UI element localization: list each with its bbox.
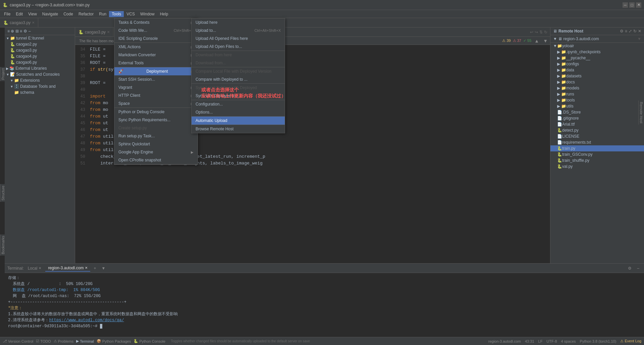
menu-sync-python[interactable]: Sync Python Requirements... — [114, 116, 198, 124]
menu-code[interactable]: Code — [61, 11, 76, 17]
tree-tunnel[interactable]: ▼ 📁 tunnel E:\tunnel — [5, 35, 75, 41]
tree-caogao6[interactable]: 🐍 caogao6.py — [5, 59, 75, 65]
navigate-back-icon[interactable]: ↩ — [530, 30, 533, 34]
minimize-button[interactable]: ─ — [623, 2, 628, 8]
remote-detect[interactable]: 🐍 detect.py — [550, 127, 644, 133]
menu-space[interactable]: Space ▶ — [114, 99, 198, 108]
menu-xml-actions[interactable]: XML Actions ▶ — [114, 43, 198, 51]
remote-train[interactable]: 🐍 train.py — [550, 145, 644, 151]
remote-gitignore[interactable]: 📄 .gitignore — [550, 115, 644, 121]
tab-close-icon[interactable]: ✕ — [39, 266, 41, 270]
tab-close-icon[interactable]: ✕ — [85, 266, 88, 270]
dep-upload-to[interactable]: Upload to... Ctrl+Alt+Shift+X — [192, 26, 285, 34]
navigate-fwd-icon[interactable]: ↪ — [535, 30, 538, 34]
tab-close-icon[interactable]: ✕ — [107, 30, 110, 34]
dep-upload-here[interactable]: Upload here — [192, 18, 285, 26]
menu-deployment[interactable]: 🚀 Deployment ▶ — [114, 67, 198, 75]
remote-train-gsconv[interactable]: 🐍 train_GSConv.py — [550, 151, 644, 157]
terminal-minimize-icon[interactable]: – — [635, 266, 641, 271]
remote-datasets[interactable]: ▶ 📁 datasets — [550, 73, 644, 79]
statusbar-event-log[interactable]: ⚠ Event Log — [620, 339, 641, 343]
menu-google-app[interactable]: Google App Engine ▶ — [114, 148, 198, 156]
statusbar-python-console[interactable]: 🐍 Python Console — [133, 339, 165, 343]
dep-upload-all-open[interactable]: Upload All Open Files to... — [192, 43, 285, 51]
menu-ide-scripting[interactable]: IDE Scripting Console — [114, 34, 198, 43]
tab-caogao3-close[interactable]: ✕ — [32, 21, 35, 24]
dep-automatic-upload[interactable]: Automatic Upload — [192, 117, 285, 125]
sidebar-settings-icon[interactable]: ⚙ — [23, 29, 27, 33]
remote-license[interactable]: 📄 LICENSE — [550, 133, 644, 139]
menu-window[interactable]: Window — [138, 11, 157, 17]
bookmarks-side-label[interactable]: Bookmarks — [0, 234, 6, 256]
tree-extensions[interactable]: ▼ 📁 Extensions — [5, 77, 75, 83]
menu-navigate[interactable]: Navigate — [40, 11, 61, 17]
menu-run[interactable]: Run — [96, 11, 109, 17]
tree-dbtools[interactable]: ▼ 🗄️ Database Tools and — [5, 83, 75, 89]
menu-markdown-converter[interactable]: Markdown Converter ▶ — [114, 51, 198, 59]
statusbar-version-control[interactable]: ⎇ Version Control — [3, 339, 33, 343]
menu-view[interactable]: View — [25, 11, 40, 17]
remote-tools[interactable]: ▶ 📁 tools — [550, 97, 644, 103]
refresh-icon[interactable]: ↻ — [544, 30, 547, 34]
tree-schema[interactable]: 📁 schema — [5, 89, 75, 95]
remote-utils[interactable]: ▶ 📁 utils — [550, 103, 644, 109]
remote-configs[interactable]: ▶ 📁 configs — [550, 61, 644, 67]
tree-scratches[interactable]: ▼ 📝 Scratches and Consoles — [5, 71, 75, 77]
remote-ipynb[interactable]: ▶ 📁 .ipynb_checkpoints — [550, 49, 644, 55]
tree-caogao2[interactable]: 🐍 caogao2.py — [5, 41, 75, 47]
remote-arial[interactable]: 📄 Arial.ttf — [550, 121, 644, 127]
autodl-link[interactable]: https://www.autodl.com/docs/qa/ — [49, 318, 124, 323]
tab-caogao3[interactable]: 🐍 caogao3.py ✕ — [0, 18, 38, 27]
remote-docs[interactable]: ▶ 📁 docs — [550, 79, 644, 85]
remote-collapse-icon[interactable]: ≡ — [625, 29, 627, 33]
remote-expand-icon[interactable]: ⤢ — [629, 29, 632, 33]
menu-refactor[interactable]: Refactor — [76, 11, 96, 17]
menu-tools[interactable]: Tools — [109, 11, 124, 17]
remote-pycache[interactable]: ▶ 📁 __pycache__ — [550, 55, 644, 61]
close-button[interactable]: ✕ — [636, 2, 641, 8]
menu-cprofile[interactable]: Open CProfile snapshot — [114, 156, 198, 164]
menu-sphinx[interactable]: Sphinx Quickstart — [114, 140, 198, 148]
sidebar-close-icon[interactable]: – — [29, 29, 31, 33]
collapse-icon[interactable]: ▲ — [533, 38, 540, 44]
menu-vagrant[interactable]: Vagrant ▶ — [114, 83, 198, 91]
remote-data[interactable]: ▶ 📁 data — [550, 67, 644, 73]
maximize-button[interactable]: □ — [629, 2, 635, 8]
tree-caogao3[interactable]: 🐍 caogao3.py — [5, 47, 75, 53]
project-side-label[interactable]: Project — [0, 67, 6, 81]
structure-side-label[interactable]: Structure — [0, 184, 6, 202]
remote-side-label[interactable]: Remote Host — [638, 100, 644, 125]
menu-edit[interactable]: Edit — [13, 11, 25, 17]
terminal-options-icon[interactable]: ▼ — [99, 265, 107, 271]
dep-configuration[interactable]: Configuration... — [192, 100, 285, 108]
statusbar-terminal[interactable]: ▶ Terminal — [76, 339, 94, 343]
statusbar-python-packages[interactable]: 📦 Python Packages — [97, 339, 131, 343]
menu-create-setup[interactable]: Create setup.py — [114, 124, 198, 132]
terminal-tab-local[interactable]: Local ✕ — [25, 265, 44, 271]
remote-val[interactable]: 🐍 val.py — [550, 163, 644, 169]
remote-settings-icon[interactable]: ⚙ — [620, 29, 624, 33]
remote-runs[interactable]: ▶ 📁 runs — [550, 91, 644, 97]
tree-caogao4[interactable]: 🐍 caogao4.py — [5, 53, 75, 59]
remote-host-selector[interactable]: ▼ 🖥 region-3.autodl.com ▼ — [550, 35, 644, 43]
tree-external-libs[interactable]: ▶ 📚 External Libraries — [5, 65, 75, 71]
statusbar-todo[interactable]: ☑ TODO — [36, 339, 51, 343]
menu-external-tools[interactable]: External Tools ▶ — [114, 59, 198, 67]
menu-help[interactable]: Help — [157, 11, 171, 17]
terminal-settings-icon[interactable]: ⚙ — [626, 266, 634, 271]
menu-vcs[interactable]: VCS — [124, 11, 138, 17]
menu-start-ssh[interactable]: Start SSH Session... — [114, 75, 198, 83]
dep-compare-with[interactable]: Compare with Deployed to ... — [192, 75, 285, 83]
remote-train-shuffle[interactable]: 🐍 train_shuffle.py — [550, 157, 644, 163]
remote-refresh-icon[interactable]: ↻ — [633, 29, 637, 33]
menu-tasks-contexts[interactable]: Tasks & Contexts ▶ — [114, 18, 198, 26]
menu-python-console[interactable]: Python or Debug Console — [114, 108, 198, 116]
dep-upload-all-opened[interactable]: Upload All Opened Files here — [192, 34, 285, 43]
remote-close-icon[interactable]: ✕ — [638, 29, 641, 33]
recent-icon[interactable]: ⇅ — [539, 30, 543, 34]
menu-file[interactable]: File — [1, 11, 13, 17]
add-terminal-button[interactable]: + — [92, 265, 98, 271]
statusbar-problems[interactable]: ⚠ Problems — [54, 339, 73, 343]
dep-options[interactable]: Options... — [192, 108, 285, 116]
dep-browse-remote[interactable]: Browse Remote Host — [192, 125, 285, 133]
